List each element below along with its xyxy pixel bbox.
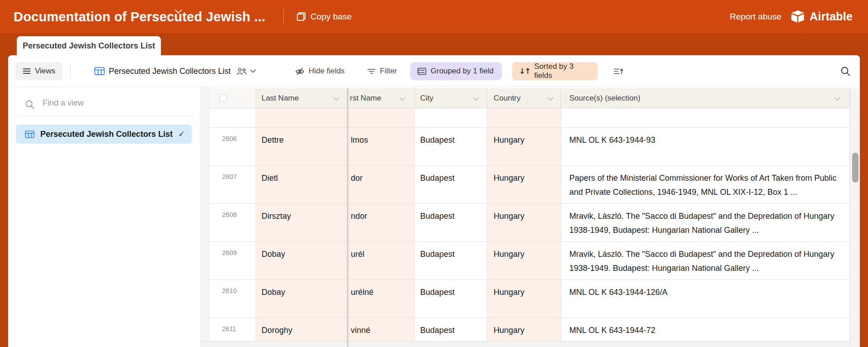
search-icon (840, 66, 851, 77)
airtable-wordmark: Airtable (810, 10, 853, 23)
grid-header: Last Name rst Name City Country (200, 88, 850, 108)
cell-first-name[interactable]: ndor (347, 204, 415, 242)
cell-source[interactable]: MNL OL K 643-1944-126/A (561, 280, 850, 318)
cell-city[interactable]: Budapest (415, 128, 487, 166)
table-row: 2606 Dettre lmos Budapest Hungary MNL OL… (200, 128, 850, 166)
vertical-scrollbar (850, 88, 860, 347)
frozen-column-separator[interactable] (347, 88, 348, 347)
hamburger-icon (23, 67, 31, 75)
header-city[interactable]: City (415, 88, 487, 108)
topbar: Documentation of Persecuted Jewish ... C… (0, 0, 868, 33)
views-button[interactable]: Views (15, 62, 63, 80)
report-abuse-link[interactable]: Report abuse (730, 0, 781, 33)
cell-last-name[interactable]: Dobay (256, 280, 347, 318)
cell-last-name[interactable]: Dietl (256, 166, 347, 204)
row-number-cell[interactable]: 2609 (209, 242, 256, 280)
table-grid-icon (94, 67, 105, 75)
grid-footer-strip (200, 341, 850, 347)
row-height-button[interactable] (613, 55, 624, 87)
filter-icon (367, 67, 376, 75)
find-view-input[interactable] (42, 98, 178, 108)
data-grid: Last Name rst Name City Country (200, 87, 860, 347)
row-number-cell[interactable]: 2610 (209, 280, 256, 318)
base-title: Documentation of Persecuted Jewish ... (14, 9, 266, 24)
sidebar-view-item-selected[interactable]: Persecuted Jewish Collectors List ✓ (16, 125, 192, 144)
cell-last-name[interactable]: Dirsztay (256, 204, 347, 242)
tab-bar: Persecuted Jewish Collectors List (0, 33, 868, 55)
cell-first-name[interactable]: lmos (347, 128, 415, 166)
header-chevron-icon[interactable] (473, 95, 479, 101)
cell-source[interactable]: MNL OL K 643-1944-93 (561, 128, 850, 166)
table-row: 2610 Dobay urélné Budapest Hungary MNL O… (200, 280, 850, 318)
hide-fields-button[interactable]: Hide fields (295, 55, 344, 87)
search-button[interactable] (840, 55, 851, 87)
cell-country[interactable]: Hungary (487, 128, 561, 166)
cell-source[interactable]: Mravik, László. The "Sacco di Budapest" … (561, 204, 850, 242)
airtable-shared-base: Documentation of Persecuted Jewish ... C… (0, 0, 868, 347)
cell-last-name[interactable]: Dobay (256, 242, 347, 280)
grouped-by-button[interactable]: Grouped by 1 field (410, 62, 502, 80)
cell-city[interactable]: Budapest (415, 242, 487, 280)
copy-base-label: Copy base (310, 12, 352, 22)
header-chevron-icon[interactable] (834, 95, 840, 101)
cell-city[interactable]: Budapest (415, 166, 487, 204)
view-grid-icon (25, 130, 34, 138)
airtable-logo[interactable]: Airtable (790, 0, 853, 33)
table-chevron-down-icon (250, 67, 256, 73)
cell-country[interactable]: Hungary (487, 204, 561, 242)
eye-slash-icon (295, 67, 305, 76)
header-last-name[interactable]: Last Name (256, 88, 347, 108)
row-height-icon (613, 67, 624, 76)
select-all-checkbox[interactable] (219, 94, 227, 102)
find-a-view (8, 87, 200, 116)
cell-country[interactable]: Hungary (487, 280, 561, 318)
table-row: 2608 Dirsztay ndor Budapest Hungary Mrav… (200, 204, 850, 242)
sort-arrows-icon: ↓↑ (519, 67, 530, 76)
check-icon: ✓ (178, 129, 185, 139)
card-body: Persecuted Jewish Collectors List ✓ Last… (8, 87, 860, 347)
row-number-cell[interactable]: 2606 (209, 128, 256, 166)
cell-last-name[interactable]: Dettre (256, 128, 347, 166)
header-first-name[interactable]: rst Name (347, 88, 415, 108)
tab-persecuted-jewish-collectors-list[interactable]: Persecuted Jewish Collectors List (17, 36, 161, 55)
header-chevron-icon[interactable] (399, 95, 405, 101)
cell-country[interactable]: Hungary (487, 242, 561, 280)
topbar-divider (283, 9, 284, 24)
row-number-cell[interactable]: 2607 (209, 166, 256, 204)
partial-row (200, 108, 850, 128)
collaborators-icon (237, 67, 247, 75)
filter-button[interactable]: Filter (367, 55, 397, 87)
cell-first-name[interactable]: urél (347, 242, 415, 280)
table-row: 2609 Dobay urél Budapest Hungary Mravik,… (200, 242, 850, 280)
copy-base-button[interactable]: Copy base (297, 0, 352, 33)
header-country[interactable]: Country (487, 88, 561, 108)
magnifier-icon (25, 100, 35, 110)
cell-city[interactable]: Budapest (415, 204, 487, 242)
toolbar-divider (70, 63, 71, 79)
copy-icon (297, 12, 305, 21)
views-sidebar: Persecuted Jewish Collectors List ✓ (8, 87, 200, 347)
header-source[interactable]: Source(s) (selection) (561, 88, 850, 108)
header-chevron-icon[interactable] (334, 95, 339, 101)
group-icon (417, 67, 427, 76)
content-card: Views Persecuted Jewish Collectors List (8, 55, 860, 347)
cell-first-name[interactable]: urélné (347, 280, 415, 318)
cell-source[interactable]: Mravik, László. The "Sacco di Budapest" … (561, 242, 850, 280)
select-all-header (209, 88, 256, 108)
view-toolbar: Views Persecuted Jewish Collectors List (8, 55, 860, 87)
cell-first-name[interactable]: dor (347, 166, 415, 204)
cell-city[interactable]: Budapest (415, 280, 487, 318)
row-number-cell[interactable]: 2608 (209, 204, 256, 242)
header-chevron-icon[interactable] (548, 95, 553, 101)
cell-source[interactable]: Papers of the Ministerial Commissioner f… (561, 166, 850, 204)
airtable-logo-icon (790, 10, 805, 23)
table-name-dropdown[interactable]: Persecuted Jewish Collectors List (94, 55, 255, 87)
table-row: 2607 Dietl dor Budapest Hungary Papers o… (200, 166, 850, 204)
scrollbar-thumb[interactable] (852, 153, 858, 183)
sorted-by-button[interactable]: ↓↑ Sorted by 3 fields (512, 62, 598, 80)
cell-country[interactable]: Hungary (487, 166, 561, 204)
find-view-underline (18, 116, 194, 116)
